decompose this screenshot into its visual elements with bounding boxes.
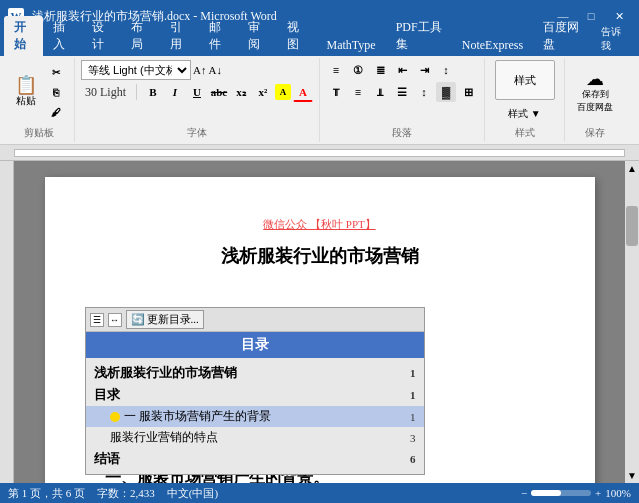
italic-button[interactable]: I xyxy=(165,82,185,102)
multilevel-button[interactable]: ≣ xyxy=(370,60,390,80)
clipboard-row: 📋 粘贴 ✂ ⎘ 🖌 xyxy=(10,60,68,124)
zoom-out-button[interactable]: − xyxy=(521,487,527,499)
align-center-button[interactable]: ≡ xyxy=(348,82,368,102)
toc-entry-text-1: 目求 xyxy=(94,386,396,404)
zoom-bar: − + 100% xyxy=(521,487,631,499)
font-group-label: 字体 xyxy=(187,124,207,140)
font-group: 等线 Light (中文标题) A↑ A↓ 30 Light B I U abc xyxy=(75,58,320,142)
superscript-button[interactable]: x² xyxy=(253,82,273,102)
toc-toolbar: ☰ ↔ 🔄 更新目录... xyxy=(86,308,424,332)
tab-review[interactable]: 审阅 xyxy=(238,16,277,56)
tab-insert[interactable]: 插入 xyxy=(43,16,82,56)
document-page: 微信公众 【秋叶 PPT】 浅析服装行业的市场营销 ☰ ↔ 🔄 更新目录... xyxy=(45,177,595,483)
word-count: 字数：2,433 xyxy=(97,486,155,501)
tab-home[interactable]: 开始 xyxy=(4,16,43,56)
paragraph-group: ≡ ① ≣ ⇤ ⇥ ↕ ⫪ ≡ ⫫ ☰ ↕ ▓ ⊞ 段落 xyxy=(320,58,485,142)
update-toc-button[interactable]: 🔄 更新目录... xyxy=(126,310,204,329)
document-scroll[interactable]: 微信公众 【秋叶 PPT】 浅析服装行业的市场营销 ☰ ↔ 🔄 更新目录... xyxy=(14,161,625,483)
styles-group: 样式 样式 ▼ 样式 xyxy=(485,58,565,142)
clipboard-label: 剪贴板 xyxy=(24,124,54,140)
font-grow-btn[interactable]: A↑ xyxy=(193,64,206,76)
tab-noteexpress[interactable]: NoteExpress xyxy=(452,35,533,56)
toc-entry-page-3: 3 xyxy=(396,432,416,444)
font-row2: 30 Light B I U abc x₂ x² A A xyxy=(81,82,313,102)
status-bar: 第 1 页，共 6 页 字数：2,433 中文(中国) − + 100% xyxy=(0,483,639,503)
line-spacing-button[interactable]: ↕ xyxy=(414,82,434,102)
toc-entry-text-3: 服装行业营销的特点 xyxy=(110,429,396,446)
styles-button[interactable]: 样式 ▼ xyxy=(503,104,545,124)
scroll-down-arrow[interactable]: ▼ xyxy=(625,468,639,483)
bullets-button[interactable]: ≡ xyxy=(326,60,346,80)
align-right-button[interactable]: ⫫ xyxy=(370,82,390,102)
sort-button[interactable]: ↕ xyxy=(436,60,456,80)
align-left-button[interactable]: ⫪ xyxy=(326,82,346,102)
format-buttons: B I U abc x₂ x² A A xyxy=(143,82,313,102)
indent-more-button[interactable]: ⇥ xyxy=(414,60,434,80)
separator xyxy=(136,84,137,100)
justify-button[interactable]: ☰ xyxy=(392,82,412,102)
zoom-slider[interactable] xyxy=(531,490,591,496)
toc-entry-text-0: 浅析服装行业的市场营销 xyxy=(94,364,396,382)
zoom-in-button[interactable]: + xyxy=(595,487,601,499)
tab-baidupan[interactable]: 百度网盘 xyxy=(533,16,591,56)
paste-button[interactable]: 📋 粘贴 xyxy=(10,66,42,118)
shading-button[interactable]: ▓ xyxy=(436,82,456,102)
tab-design[interactable]: 设计 xyxy=(82,16,121,56)
para-row1: ≡ ① ≣ ⇤ ⇥ ↕ xyxy=(326,60,478,80)
font-family-select[interactable]: 等线 Light (中文标题) xyxy=(81,60,191,80)
bold-button[interactable]: B xyxy=(143,82,163,102)
watermark: 微信公众 【秋叶 PPT】 xyxy=(105,217,535,232)
subscript-button[interactable]: x₂ xyxy=(231,82,251,102)
tab-view[interactable]: 视图 xyxy=(277,16,316,56)
styles-group-label: 样式 xyxy=(515,124,535,140)
paste-label: 粘贴 xyxy=(16,94,36,108)
cut-button[interactable]: ✂ xyxy=(44,63,68,81)
toc-entries: 浅析服装行业的市场营销 1 目求 1 一 服装市场营销产生的背景 1 xyxy=(86,358,424,474)
paragraph-group-label: 段落 xyxy=(392,124,412,140)
styles-gallery-button[interactable]: 样式 xyxy=(495,60,555,100)
paste-icon: 📋 xyxy=(15,76,37,94)
toc-popup: ☰ ↔ 🔄 更新目录... 目录 浅析服装行业的市场营销 xyxy=(85,307,425,475)
toc-entry-0[interactable]: 浅析服装行业的市场营销 1 xyxy=(86,362,424,384)
cloud-save-icon: ☁ xyxy=(586,70,604,88)
font-size-display: 30 Light xyxy=(81,85,130,100)
clipboard-group: 📋 粘贴 ✂ ⎘ 🖌 剪贴板 xyxy=(4,58,75,142)
tab-pdf[interactable]: PDF工具集 xyxy=(386,16,452,56)
toc-entry-2[interactable]: 一 服装市场营销产生的背景 1 xyxy=(86,406,424,427)
ribbon-tabs: 开始 插入 设计 布局 引用 邮件 审阅 视图 MathType PDF工具集 … xyxy=(0,32,639,56)
underline-button[interactable]: U xyxy=(187,82,207,102)
highlight-button[interactable]: A xyxy=(275,84,291,100)
toc-entry-page-0: 1 xyxy=(396,367,416,379)
scroll-thumb[interactable] xyxy=(626,206,638,246)
document-title: 浅析服装行业的市场营销 xyxy=(105,244,535,268)
tab-mailings[interactable]: 邮件 xyxy=(199,16,238,56)
save-cloud-button[interactable]: ☁ 保存到百度网盘 xyxy=(572,66,618,118)
tab-tellme[interactable]: 告诉我 xyxy=(591,22,635,56)
border-button[interactable]: ⊞ xyxy=(458,82,478,102)
toc-entry-3[interactable]: 服装行业营销的特点 3 xyxy=(86,427,424,448)
tab-layout[interactable]: 布局 xyxy=(121,16,160,56)
scroll-up-arrow[interactable]: ▲ xyxy=(625,161,639,176)
indent-less-button[interactable]: ⇤ xyxy=(392,60,412,80)
font-color-button[interactable]: A xyxy=(293,82,313,102)
vertical-scrollbar: ▲ ▼ xyxy=(625,161,639,483)
format-painter-button[interactable]: 🖌 xyxy=(44,103,68,121)
toc-entry-text-4: 结语 xyxy=(94,450,396,468)
content-area: 微信公众 【秋叶 PPT】 浅析服装行业的市场营销 ☰ ↔ 🔄 更新目录... xyxy=(0,161,639,483)
toc-header: 目录 xyxy=(86,332,424,358)
para-row2: ⫪ ≡ ⫫ ☰ ↕ ▓ ⊞ xyxy=(326,82,478,102)
toc-entry-4[interactable]: 结语 6 xyxy=(86,448,424,470)
numbering-button[interactable]: ① xyxy=(348,60,368,80)
ribbon-toolbar: 📋 粘贴 ✂ ⎘ 🖌 剪贴板 等线 Light (中文标题) xyxy=(0,56,639,145)
toc-entry-1[interactable]: 目求 1 xyxy=(86,384,424,406)
toc-entry-page-2: 1 xyxy=(396,411,416,423)
language: 中文(中国) xyxy=(167,486,218,501)
tab-references[interactable]: 引用 xyxy=(160,16,199,56)
tab-mathtype[interactable]: MathType xyxy=(317,35,386,56)
horizontal-ruler xyxy=(0,145,639,161)
save-group: ☁ 保存到百度网盘 保存 xyxy=(565,58,625,142)
left-ruler xyxy=(0,161,14,483)
font-shrink-btn[interactable]: A↓ xyxy=(208,64,221,76)
copy-button[interactable]: ⎘ xyxy=(44,83,68,101)
strikethrough-button[interactable]: abc xyxy=(209,82,229,102)
